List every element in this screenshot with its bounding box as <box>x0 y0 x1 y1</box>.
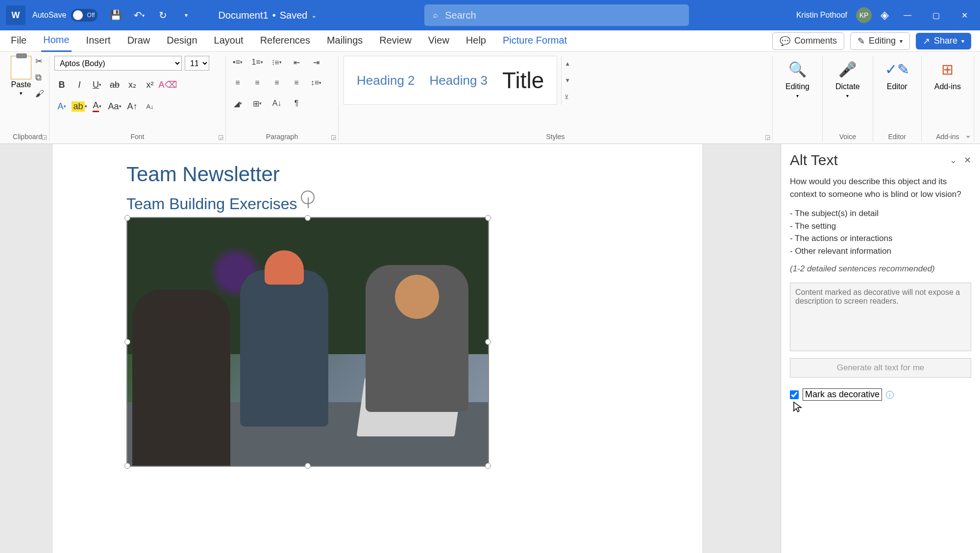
bold-button[interactable]: B <box>54 77 69 92</box>
tab-layout[interactable]: Layout <box>212 31 245 51</box>
pane-close-icon[interactable]: ✕ <box>964 155 971 166</box>
tab-help[interactable]: Help <box>464 31 488 51</box>
tab-home[interactable]: Home <box>41 30 71 52</box>
superscript-button[interactable]: x² <box>143 77 157 92</box>
font-size-select[interactable]: 11 <box>185 56 209 71</box>
align-right-button[interactable]: ≡ <box>270 76 284 89</box>
decrease-indent-button[interactable]: ⇤ <box>290 56 303 69</box>
share-button[interactable]: ↗Share▾ <box>916 33 971 49</box>
rotate-handle[interactable] <box>301 191 315 204</box>
alt-text-textarea[interactable] <box>790 283 971 351</box>
document-name[interactable]: Document1 • Saved ⌄ <box>218 10 317 21</box>
line-spacing-button[interactable]: ↕≡▾ <box>309 76 323 89</box>
autosave-toggle[interactable]: Off <box>71 9 98 22</box>
gallery-scroll[interactable]: ▲▼⊻ <box>561 56 572 105</box>
up-arrow-icon[interactable]: ▲ <box>564 60 572 67</box>
tab-design[interactable]: Design <box>165 31 199 51</box>
dialog-launcher-icon[interactable]: ◲ <box>765 134 770 141</box>
app-icon[interactable]: W <box>6 5 25 25</box>
show-marks-button[interactable]: ¶ <box>290 97 303 110</box>
format-painter-icon[interactable]: 🖌 <box>35 89 44 99</box>
resize-handle[interactable] <box>124 339 130 345</box>
tab-picture-format[interactable]: Picture Format <box>501 31 569 51</box>
grow-font-button[interactable]: A↑ <box>125 99 140 114</box>
style-heading2[interactable]: Heading 2 <box>357 73 415 88</box>
editor-button[interactable]: ✓✎ Editor <box>878 56 916 93</box>
dialog-launcher-icon[interactable]: ◲ <box>331 134 336 141</box>
maximize-button[interactable]: ▢ <box>926 7 946 23</box>
resize-handle[interactable] <box>305 463 311 469</box>
search-input[interactable] <box>445 10 680 21</box>
style-heading3[interactable]: Heading 3 <box>430 73 488 88</box>
undo-icon[interactable]: ↶▾ <box>132 8 147 23</box>
numbering-button[interactable]: 1≡▾ <box>250 56 264 69</box>
down-arrow-icon[interactable]: ▼ <box>564 77 572 84</box>
resize-handle[interactable] <box>124 463 130 469</box>
save-icon[interactable]: 💾 <box>108 8 123 23</box>
styles-gallery[interactable]: Heading 2 Heading 3 Title <box>343 56 557 105</box>
increase-indent-button[interactable]: ⇥ <box>309 56 323 69</box>
sort-button[interactable]: A↓ <box>270 97 284 110</box>
dictate-button[interactable]: 🎤 Dictate ▾ <box>828 56 868 100</box>
shrink-font-button[interactable]: A↓ <box>143 99 157 114</box>
align-left-button[interactable]: ≡ <box>231 76 245 89</box>
resize-handle[interactable] <box>485 215 491 221</box>
highlight-button[interactable]: ab▾ <box>72 99 87 114</box>
resize-handle[interactable] <box>305 215 311 221</box>
mark-decorative-checkbox[interactable] <box>790 390 799 399</box>
multilevel-button[interactable]: ⁝≡▾ <box>270 56 284 69</box>
italic-button[interactable]: I <box>72 77 87 92</box>
underline-button[interactable]: U▾ <box>90 77 104 92</box>
tab-references[interactable]: References <box>258 31 312 51</box>
strikethrough-button[interactable]: ab <box>107 77 122 92</box>
justify-button[interactable]: ≡ <box>290 76 303 89</box>
align-center-button[interactable]: ≡ <box>250 76 264 89</box>
borders-button[interactable]: ⊞▾ <box>250 97 264 110</box>
search-box[interactable]: ⌕ <box>424 4 689 26</box>
tab-draw[interactable]: Draw <box>125 31 152 51</box>
redo-icon[interactable]: ↻ <box>155 8 170 23</box>
info-icon[interactable]: i <box>886 391 894 399</box>
editing-button[interactable]: 🔍 Editing ▾ <box>778 56 817 100</box>
minimize-button[interactable]: — <box>898 7 917 23</box>
resize-handle[interactable] <box>485 339 491 345</box>
close-button[interactable]: ✕ <box>955 7 974 23</box>
document-canvas[interactable]: Team Newsletter Team Building Exercises <box>0 144 781 553</box>
comments-button[interactable]: 💬Comments <box>772 32 844 50</box>
collapse-ribbon-icon[interactable]: ⌄ <box>965 130 971 140</box>
selected-image[interactable] <box>126 217 489 467</box>
font-color-button[interactable]: A▾ <box>90 99 104 114</box>
cut-icon[interactable]: ✂ <box>35 56 44 67</box>
editing-mode-button[interactable]: ✎Editing▾ <box>850 32 910 50</box>
dialog-launcher-icon[interactable]: ◲ <box>42 134 47 141</box>
subscript-button[interactable]: x₂ <box>125 77 140 92</box>
font-name-select[interactable]: Aptos (Body) <box>54 56 182 71</box>
tab-mailings[interactable]: Mailings <box>325 31 365 51</box>
pane-dropdown-icon[interactable]: ⌄ <box>950 155 957 166</box>
style-title[interactable]: Title <box>502 67 544 94</box>
copy-icon[interactable]: ⧉ <box>35 72 44 83</box>
change-case-button[interactable]: Aa▾ <box>107 99 122 114</box>
tab-view[interactable]: View <box>426 31 451 51</box>
shading-button[interactable]: ◢▾ <box>231 97 245 110</box>
paste-button[interactable]: Paste ▾ <box>11 56 31 96</box>
avatar[interactable]: KP <box>856 7 872 23</box>
tab-insert[interactable]: Insert <box>84 31 113 51</box>
customize-qat-icon[interactable]: ▾ <box>179 8 194 23</box>
bullets-button[interactable]: •≡▾ <box>231 56 245 69</box>
diamond-icon[interactable]: ◈ <box>881 9 889 22</box>
chevron-down-icon[interactable]: ▾ <box>20 90 23 96</box>
tab-file[interactable]: File <box>9 31 28 51</box>
expand-icon[interactable]: ⊻ <box>564 94 572 100</box>
resize-handle[interactable] <box>485 463 491 469</box>
dialog-launcher-icon[interactable]: ◲ <box>218 134 223 141</box>
resize-handle[interactable] <box>124 215 130 221</box>
addins-button[interactable]: ⊞ Add-ins <box>927 56 969 93</box>
clear-formatting-button[interactable]: A⌫ <box>160 77 175 92</box>
user-name[interactable]: Kristin Pothoof <box>796 11 847 20</box>
text-effects-button[interactable]: A▾ <box>54 99 69 114</box>
tab-review[interactable]: Review <box>377 31 414 51</box>
generate-alt-text-button[interactable]: Generate alt text for me <box>790 358 971 378</box>
mark-decorative-label[interactable]: Mark as decorative <box>803 388 882 401</box>
chevron-down-icon[interactable]: ⌄ <box>311 11 317 19</box>
